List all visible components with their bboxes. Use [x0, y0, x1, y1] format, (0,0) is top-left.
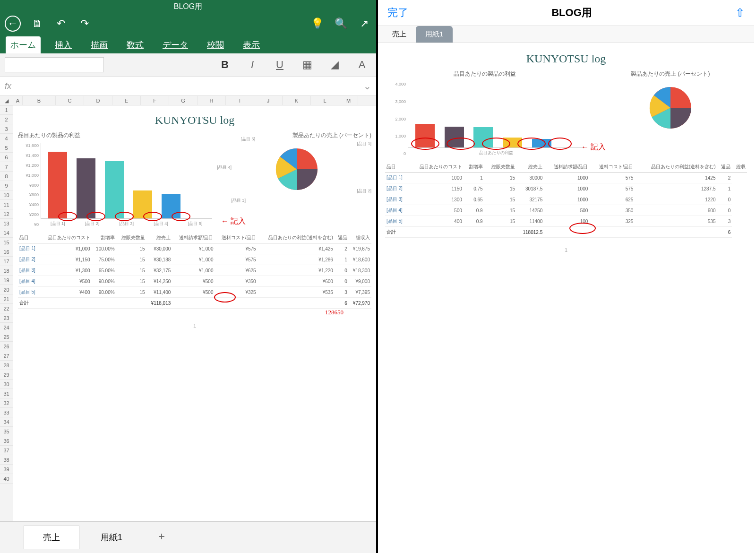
- table-total-row: 合計118012.56: [385, 227, 747, 238]
- ribbon-tab-data[interactable]: データ: [158, 36, 193, 53]
- share-icon[interactable]: ↗: [357, 17, 371, 31]
- table-header: 割増率: [92, 233, 116, 243]
- sheet-tab-sales[interactable]: 売上: [24, 526, 79, 549]
- ribbon-tab-view[interactable]: 表示: [238, 36, 265, 53]
- bar-3: [473, 127, 493, 147]
- table-row: [品目 5]¥40090.00%15¥11,400¥500¥325¥5353¥7…: [18, 287, 371, 298]
- excel-toolbar: ← 🗎 ↶ ↷ 💡 🔍 ↗: [0, 14, 376, 34]
- bar-area-right: [408, 82, 584, 148]
- table-row: [品目 2]¥1,15075.00%15¥30,188¥1,000¥575¥1,…: [18, 254, 371, 265]
- numbers-toolbar: 完了 BLOG用 ⇧: [378, 0, 754, 26]
- table-header: 品目あたりの利益(送料を含む): [258, 233, 335, 243]
- fill-color-button[interactable]: ◢: [325, 57, 344, 72]
- table-total-row: 合計¥118,0136¥72,970: [18, 298, 371, 309]
- table-header: 割増率: [464, 162, 484, 173]
- table-header: 品目あたりの利益(送料を含む): [635, 162, 717, 173]
- ribbon-tab-draw[interactable]: 描画: [86, 36, 112, 53]
- table-row: [品目 3]¥1,30065.00%15¥32,175¥1,000¥625¥1,…: [18, 265, 371, 276]
- bar-4: [133, 190, 152, 218]
- spreadsheet-grid[interactable]: ◢ 12345678910111213141516171819202122232…: [0, 96, 376, 521]
- table-row: [品目 3]13000.651532175100062512200: [385, 194, 747, 205]
- doc-title: KUNYOTSU log: [18, 114, 371, 127]
- share-icon[interactable]: ⇧: [735, 6, 745, 19]
- select-all-corner[interactable]: ◢: [0, 96, 13, 105]
- back-icon[interactable]: ←: [5, 16, 21, 32]
- fx-label: fx: [5, 81, 24, 91]
- formula-bar: fx ⌄: [0, 77, 376, 96]
- sheet-tabs: 売上 用紙1 +: [0, 521, 376, 553]
- bar-5: [162, 194, 180, 218]
- name-box[interactable]: [5, 57, 104, 72]
- table-header: 総販売数量: [116, 233, 146, 243]
- bar-area: [41, 143, 212, 219]
- sheet-content[interactable]: KUNYOTSU log 品目あたりの製品の利益 ¥1,600¥1,400¥1,…: [13, 105, 376, 521]
- annotation-number: 128650: [325, 309, 344, 316]
- undo-icon[interactable]: ↶: [54, 17, 68, 31]
- ribbon-tab-review[interactable]: 校閲: [202, 36, 229, 53]
- file-icon[interactable]: 🗎: [30, 17, 44, 31]
- table-header: 総売上: [146, 233, 172, 243]
- pie-chart-right: 製品あたりの売上 (パーセント): [594, 70, 747, 156]
- italic-button[interactable]: I: [243, 57, 262, 72]
- numbers-pane: 完了 BLOG用 ⇧ 売上 用紙1 KUNYOTSU log 品目あたりの製品の…: [378, 0, 754, 553]
- lightbulb-icon[interactable]: 💡: [310, 17, 324, 31]
- table-header: 送料コスト/品目: [589, 162, 635, 173]
- format-bar: B I U ▦ ◢ A: [0, 53, 376, 77]
- table-row: [品目 4]¥50090.00%15¥14,250¥500¥350¥6000¥9…: [18, 276, 371, 287]
- font-color-button[interactable]: A: [352, 57, 371, 72]
- num-tab-paper1[interactable]: 用紙1: [416, 26, 453, 43]
- bar-2: [445, 127, 464, 147]
- bar-chart-left: 品目あたりの製品の利益 ¥1,600¥1,400¥1,200¥1,000¥800…: [18, 131, 212, 227]
- numbers-sheet-tabs: 売上 用紙1: [378, 26, 754, 43]
- ribbon-tab-home[interactable]: ホーム: [6, 36, 41, 53]
- excel-app-title: BLOG用: [0, 0, 376, 14]
- num-tab-sales[interactable]: 売上: [383, 26, 416, 43]
- border-button[interactable]: ▦: [298, 57, 317, 72]
- formula-input[interactable]: [24, 79, 363, 93]
- bold-button[interactable]: B: [215, 57, 234, 72]
- y-axis-labels-right: 4,0003,0002,0001,0000: [385, 82, 406, 156]
- doc-title-right: KUNYOTSU log: [385, 52, 747, 65]
- bar-3: [105, 161, 124, 218]
- table-header: 品目: [385, 162, 408, 173]
- table-header: 総収入: [349, 233, 371, 243]
- row-headers: ◢ 12345678910111213141516171819202122232…: [0, 96, 13, 521]
- table-row: [品目 5]4000.915114001003255353: [385, 216, 747, 227]
- bar-chart-title: 品目あたりの製品の利益: [18, 131, 212, 139]
- done-button[interactable]: 完了: [387, 6, 408, 20]
- excel-pane: BLOG用 ← 🗎 ↶ ↷ 💡 🔍 ↗ ホーム 挿入 描画 数式 データ 校閲 …: [0, 0, 378, 553]
- ribbon-tab-insert[interactable]: 挿入: [50, 36, 77, 53]
- redo-icon[interactable]: ↷: [77, 17, 92, 31]
- bar-1: [48, 152, 67, 219]
- sub-label: 品目あたりの利益: [408, 150, 584, 156]
- ribbon-tab-formulas[interactable]: 数式: [122, 36, 148, 53]
- data-table-right: 品目品目あたりのコスト割増率総販売数量総売上送料請求額/品目送料コスト/品目品目…: [385, 162, 747, 238]
- table-header: 品目あたりのコスト: [40, 233, 92, 243]
- table-row: [品目 1]¥1,000100.00%15¥30,000¥1,000¥575¥1…: [18, 243, 371, 254]
- bar-5: [532, 139, 551, 147]
- search-icon[interactable]: 🔍: [334, 17, 348, 31]
- table-header: 総収: [732, 162, 747, 173]
- add-sheet-button[interactable]: +: [144, 526, 180, 549]
- pie-chart-left: 製品あたりの売上 (パーセント) [品目 1] [品目 2] [品目 3]: [222, 131, 371, 227]
- bar-chart-title-right: 品目あたりの製品の利益: [385, 70, 584, 78]
- table-row: [品目 2]11500.751530187.510005751287.51: [385, 183, 747, 194]
- table-header: 品目: [18, 233, 40, 243]
- sheet-tab-paper1[interactable]: 用紙1: [81, 526, 142, 549]
- table-header: 返品: [335, 233, 349, 243]
- table-row: [品目 1]100011530000100057514252: [385, 173, 747, 183]
- numbers-title: BLOG用: [551, 6, 592, 20]
- bar-chart-right: 品目あたりの製品の利益 4,0003,0002,0001,0000 品目あたりの…: [385, 70, 584, 156]
- page-number: 1: [18, 323, 371, 328]
- chevron-down-icon[interactable]: ⌄: [363, 80, 371, 92]
- numbers-content[interactable]: KUNYOTSU log 品目あたりの製品の利益 4,0003,0002,000…: [378, 43, 754, 553]
- pie-svg: [271, 143, 323, 195]
- bar-2: [77, 158, 95, 218]
- table-header: 総販売数量: [484, 162, 516, 173]
- underline-button[interactable]: U: [270, 57, 289, 72]
- bar-4: [503, 138, 522, 147]
- y-axis-labels: ¥1,600¥1,400¥1,200¥1,000¥800¥600¥400¥200…: [18, 143, 39, 227]
- page-number-right: 1: [385, 247, 747, 253]
- table-header: 送料請求額/品目: [544, 162, 589, 173]
- bar-1: [415, 124, 435, 147]
